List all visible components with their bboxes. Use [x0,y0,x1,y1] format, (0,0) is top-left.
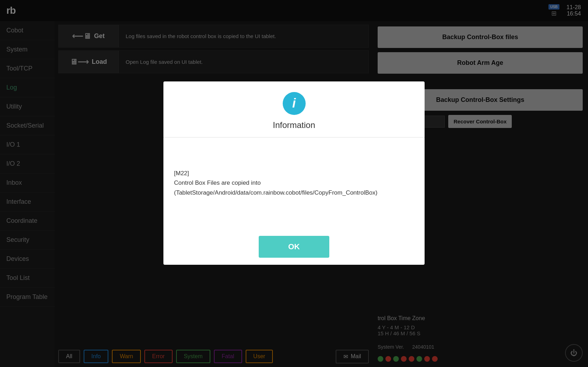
info-circle-icon: i [283,92,306,115]
modal-footer: OK [163,229,425,265]
modal-message-line1: [M22] [174,169,414,178]
info-icon-letter: i [292,96,296,111]
modal-title: Information [273,120,315,130]
modal-overlay[interactable]: i Information [M22] Control Box Files ar… [0,0,588,367]
information-modal: i Information [M22] Control Box Files ar… [163,81,425,265]
modal-body: [M22] Control Box Files are copied into … [163,137,425,229]
modal-message-line3: (TabletStorage/Android/data/com.rainbow.… [174,188,414,197]
modal-message: [M22] Control Box Files are copied into … [174,169,414,197]
ok-button[interactable]: OK [259,236,329,258]
modal-message-line2: Control Box Files are copied into [174,178,414,188]
modal-header: i Information [163,81,425,137]
